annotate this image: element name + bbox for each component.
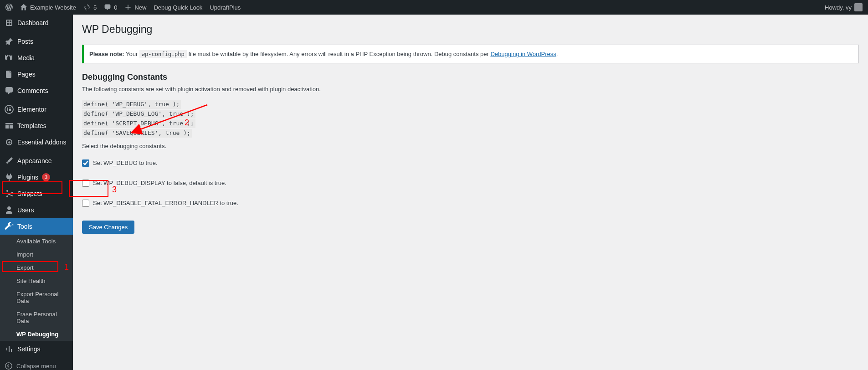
user-icon	[5, 206, 14, 215]
checkbox-disable-fatal-handler[interactable]	[82, 200, 89, 207]
dashboard-icon	[5, 18, 14, 27]
select-desc: Select the debugging constants.	[82, 143, 859, 149]
scissors-icon	[5, 189, 14, 198]
tools-submenu: Available Tools Import Export Site Healt…	[0, 235, 73, 341]
menu-dashboard[interactable]: Dashboard	[0, 15, 73, 31]
menu-snippets[interactable]: Snippets	[0, 185, 73, 202]
site-link[interactable]: Example Website	[16, 0, 80, 15]
plugin-icon	[5, 173, 14, 182]
pages-icon	[5, 70, 14, 79]
submenu-export-personal[interactable]: Export Personal Data	[0, 288, 73, 308]
submenu-available-tools[interactable]: Available Tools	[0, 235, 73, 248]
avatar	[854, 3, 863, 11]
wrench-icon	[5, 222, 14, 231]
content-area: WP Debugging Please note: Your wp-config…	[73, 15, 868, 370]
menu-elementor[interactable]: Elementor	[0, 101, 73, 118]
brush-icon	[5, 156, 14, 165]
menu-appearance[interactable]: Appearance	[0, 153, 73, 169]
submenu-wp-debugging[interactable]: WP Debugging	[0, 328, 73, 341]
home-icon	[20, 4, 27, 11]
submenu-erase-personal[interactable]: Erase Personal Data	[0, 308, 73, 328]
collapse-menu[interactable]: Collapse menu	[0, 357, 73, 370]
constants-desc: The following constants are set with plu…	[82, 86, 859, 92]
checkbox-wp-debug-display[interactable]	[82, 180, 89, 187]
option-wp-debug[interactable]: Set WP_DEBUG to true.	[82, 159, 859, 167]
option-disable-fatal-handler[interactable]: Set WP_DISABLE_FATAL_ERROR_HANDLER to tr…	[82, 200, 859, 207]
submenu-export[interactable]: Export	[0, 261, 73, 274]
checkbox-wp-debug[interactable]	[82, 159, 89, 167]
menu-tools[interactable]: Tools	[0, 218, 73, 235]
menu-pages[interactable]: Pages	[0, 66, 73, 82]
settings-icon	[5, 344, 14, 354]
comments-count: 0	[114, 4, 117, 11]
updates-count: 5	[93, 4, 97, 11]
constants-heading: Debugging Constants	[82, 72, 859, 82]
adminbar: Example Website 5 0 New Debug Quick Look…	[0, 0, 868, 15]
comments-icon	[5, 86, 14, 95]
wordpress-icon	[5, 4, 13, 11]
comment-icon	[104, 4, 111, 11]
account-menu[interactable]: Howdy, vy	[821, 3, 866, 11]
submenu-site-health[interactable]: Site Health	[0, 274, 73, 288]
pin-icon	[5, 37, 14, 46]
addons-icon	[5, 138, 14, 147]
wp-logo[interactable]	[2, 0, 16, 15]
notice: Please note: Your wp-config.php file mus…	[82, 45, 859, 63]
constants-code: define( 'WP_DEBUG', true ); define( 'WP_…	[82, 98, 195, 140]
updates-link[interactable]: 5	[80, 0, 100, 15]
page-title: WP Debugging	[82, 19, 859, 37]
refresh-icon	[83, 4, 91, 11]
menu-settings[interactable]: Settings	[0, 341, 73, 357]
svg-point-2	[5, 363, 12, 369]
site-name: Example Website	[30, 4, 76, 11]
menu-users[interactable]: Users	[0, 202, 73, 218]
media-icon	[5, 53, 14, 62]
plugins-update-badge: 3	[42, 173, 50, 181]
menu-essential-addons[interactable]: Essential Addons	[0, 134, 73, 150]
new-link[interactable]: New	[121, 0, 150, 15]
admin-sidebar: Dashboard Posts Media Pages Comments Ele…	[0, 15, 73, 370]
save-button[interactable]: Save Changes	[82, 221, 134, 234]
menu-templates[interactable]: Templates	[0, 118, 73, 134]
option-wp-debug-display[interactable]: Set WP_DEBUG_DISPLAY to false, default i…	[82, 180, 859, 187]
collapse-icon	[5, 362, 13, 370]
debug-quicklook-link[interactable]: Debug Quick Look	[150, 0, 206, 15]
menu-media[interactable]: Media	[0, 50, 73, 66]
new-label: New	[134, 4, 146, 11]
debugging-doc-link[interactable]: Debugging in WordPress	[490, 51, 556, 57]
comments-link[interactable]: 0	[100, 0, 121, 15]
updraft-link[interactable]: UpdraftPlus	[206, 0, 244, 15]
menu-comments[interactable]: Comments	[0, 82, 73, 99]
menu-plugins[interactable]: Plugins3	[0, 169, 73, 185]
menu-posts[interactable]: Posts	[0, 33, 73, 50]
elementor-icon	[5, 105, 14, 114]
plus-icon	[124, 4, 132, 11]
submenu-import[interactable]: Import	[0, 248, 73, 261]
templates-icon	[5, 121, 14, 130]
notice-bold: Please note:	[89, 51, 124, 57]
notice-code: wp-config.php	[139, 50, 187, 58]
greeting-text: Howdy, vy	[825, 4, 852, 11]
